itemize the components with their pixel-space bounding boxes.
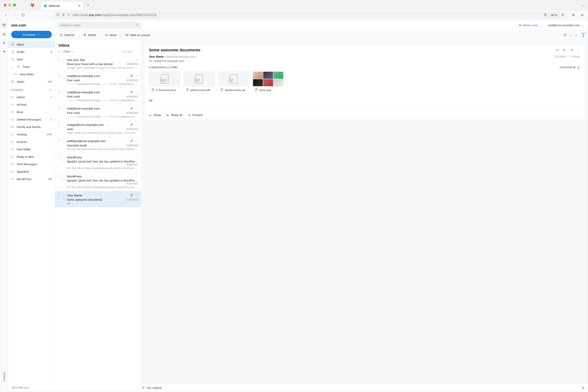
row-more-icon[interactable]: ⋮ xyxy=(135,194,138,197)
compose-button[interactable]: Compose ＋ xyxy=(11,31,52,38)
select-checkbox[interactable] xyxy=(58,58,60,61)
rail-contacts-icon[interactable] xyxy=(2,41,6,46)
reply-button[interactable]: Reply xyxy=(149,114,161,116)
reply-all-button[interactable]: Reply all xyxy=(166,114,182,116)
add-folder-icon[interactable]: ＋ xyxy=(49,88,52,92)
prev-page-icon[interactable]: ‹ xyxy=(134,50,135,53)
read-status-icon[interactable] xyxy=(63,127,65,130)
minimized-draft[interactable]: (No subject) ✕ xyxy=(138,384,588,392)
star-icon[interactable]: ☆ xyxy=(62,74,65,78)
folder-inbox[interactable]: Inbox xyxy=(8,40,55,48)
star-icon[interactable]: ☆ xyxy=(62,156,65,159)
whats-new-link[interactable]: What's new xyxy=(519,24,538,27)
message-row[interactable]: ☆Your Name⋮Some awesome documents1/21/20… xyxy=(55,191,141,207)
message-row[interactable]: ☆mail@one-example.com⋮Fwd: work6/28/2022… xyxy=(55,72,141,88)
reload-button[interactable] xyxy=(20,12,26,18)
read-status-icon[interactable] xyxy=(63,111,65,113)
folder-new-folder[interactable]: New folder xyxy=(8,146,55,153)
delete-button[interactable]: Delete xyxy=(81,32,98,38)
mark-unread-button[interactable]: Mark as unread xyxy=(124,32,152,38)
star-icon[interactable]: ☆ xyxy=(62,140,65,143)
rail-mail-icon[interactable] xyxy=(1,22,7,28)
folder-archive[interactable]: Archive xyxy=(8,101,55,108)
prev-period-icon[interactable]: « xyxy=(576,34,577,37)
folder-sent-messages[interactable]: Sent Messages xyxy=(8,160,55,168)
attachment[interactable]: A document.docx xyxy=(149,71,180,94)
refresh-button[interactable]: Refresh xyxy=(58,32,76,38)
folder-drafts[interactable]: Drafts8 xyxy=(8,48,55,56)
app-menu-icon[interactable] xyxy=(579,12,586,18)
message-row[interactable]: ☆mail@one-example.com⋮Fwd: work6/28/2022… xyxy=(55,88,141,104)
reply-all-icon[interactable] xyxy=(563,48,566,52)
folder-spambox[interactable]: Spambox xyxy=(8,168,55,175)
read-status-icon[interactable] xyxy=(63,78,65,81)
url-input[interactable]: https://mail.one.com/mail@one-example.co… xyxy=(54,12,567,18)
more-actions-icon[interactable]: ⋮ xyxy=(577,48,580,52)
download-all-button[interactable]: Download all xyxy=(560,66,580,69)
message-row[interactable]: ☆WordPress⋮[qacph2.1prod.one] Your site … xyxy=(55,153,141,172)
folder-wordpress[interactable]: WordPress199 xyxy=(8,175,55,183)
message-row[interactable]: ☆margot@one-example.com→⋮work6/28/2022He… xyxy=(55,120,141,137)
back-button[interactable] xyxy=(2,12,9,18)
close-tab-icon[interactable]: ✕ xyxy=(78,4,80,8)
folder-deleted-messages[interactable]: Deleted Messages1 xyxy=(8,116,55,123)
folder-boss[interactable]: Boss xyxy=(8,108,55,116)
select-checkbox[interactable] xyxy=(58,194,60,196)
row-more-icon[interactable]: ⋮ xyxy=(135,90,138,94)
select-checkbox[interactable] xyxy=(58,156,60,158)
row-more-icon[interactable]: ⋮ xyxy=(135,123,138,127)
row-more-icon[interactable]: ⋮ xyxy=(135,74,138,78)
select-checkbox[interactable] xyxy=(58,106,60,109)
star-icon[interactable]: ☆ xyxy=(62,58,65,62)
folder-admin[interactable]: Admin1 xyxy=(8,93,55,101)
rail-settings-icon[interactable] xyxy=(2,50,6,54)
layout-chevron-icon[interactable]: ⌄ xyxy=(570,34,572,37)
row-more-icon[interactable]: ⋮ xyxy=(135,107,138,110)
message-row[interactable]: ☆kathleen@one-example.com⋮Important emai… xyxy=(55,137,141,153)
folder-hosting[interactable]: Hosting1416 xyxy=(8,130,55,138)
attachment[interactable]: pdfdocument.pdf xyxy=(184,71,215,94)
rail-calendar-icon[interactable] xyxy=(2,33,6,37)
select-checkbox[interactable] xyxy=(58,90,60,93)
select-all-checkbox[interactable] xyxy=(58,50,61,53)
select-checkbox[interactable] xyxy=(58,123,60,126)
attachment[interactable]: zipdocuments.zip xyxy=(218,71,249,94)
date-badge[interactable]: Jan 4 xyxy=(581,32,585,38)
new-tab-button[interactable]: ＋ xyxy=(86,2,90,8)
forward-icon[interactable] xyxy=(570,48,573,52)
read-status-icon[interactable] xyxy=(63,144,65,146)
message-row[interactable]: ☆WordPress⋮[qacph2.1prod.one] Your site … xyxy=(55,172,141,191)
tabs-overflow-icon[interactable]: ⌄ xyxy=(582,3,584,7)
star-icon[interactable]: ☆ xyxy=(62,123,65,126)
next-page-icon[interactable]: › xyxy=(137,50,138,53)
folder-invoices[interactable]: invoices xyxy=(8,138,55,146)
search-input[interactable]: Search in Inbox xyxy=(57,22,142,29)
select-checkbox[interactable] xyxy=(58,74,60,77)
close-window[interactable] xyxy=(4,4,6,6)
star-icon[interactable]: ☆ xyxy=(62,107,65,110)
row-more-icon[interactable]: ⋮ xyxy=(135,156,138,159)
read-status-icon[interactable] xyxy=(63,95,65,97)
filters-dropdown[interactable]: Filters ⌄ xyxy=(63,50,74,53)
maximize-window[interactable] xyxy=(13,4,16,6)
reader-mode-icon[interactable] xyxy=(544,13,547,17)
folder-spam[interactable]: Spam330 xyxy=(8,78,55,85)
row-more-icon[interactable]: ⋮ xyxy=(135,174,138,178)
folder-reply-to-later[interactable]: Reply to later xyxy=(8,153,55,160)
move-button[interactable]: Move xyxy=(103,32,118,38)
read-status-icon[interactable] xyxy=(63,160,65,162)
forward-button[interactable]: Forward xyxy=(188,114,203,116)
row-more-icon[interactable]: ⋮ xyxy=(135,58,138,62)
star-icon[interactable]: ☆ xyxy=(62,194,65,197)
message-row[interactable]: ☆mail@one-example.com⋮Fwd: work6/28/2022… xyxy=(55,104,141,120)
layout-toggle-icon[interactable] xyxy=(564,33,567,37)
folder-family-and-friends[interactable]: Family and friends xyxy=(8,123,55,130)
minimize-window[interactable] xyxy=(8,4,11,6)
folder-trash[interactable]: ⌄Trash xyxy=(8,63,55,70)
bookmark-icon[interactable] xyxy=(561,13,564,17)
read-status-icon[interactable] xyxy=(63,198,65,200)
feedback-tab[interactable]: Feedback xyxy=(2,369,7,384)
reply-icon[interactable] xyxy=(556,48,559,52)
select-checkbox[interactable] xyxy=(58,139,60,142)
select-checkbox[interactable] xyxy=(58,174,60,177)
